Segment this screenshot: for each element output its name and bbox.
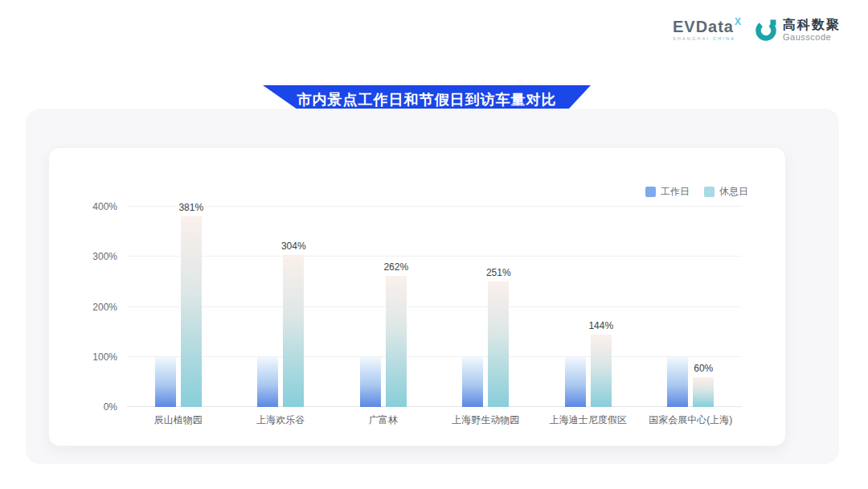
content-panel: 工作日休息日 0%100%200%300%400% 381%辰山植物园304%上…: [26, 109, 839, 464]
y-tick-label: 300%: [92, 251, 117, 262]
bar-value-label: 144%: [588, 320, 613, 331]
y-axis-labels: 0%100%200%300%400%: [49, 207, 117, 407]
plot-area: 381%辰山植物园304%上海欢乐谷262%广富林251%上海野生动物园144%…: [127, 207, 742, 407]
legend-label: 工作日: [661, 185, 690, 199]
legend-label: 休息日: [719, 185, 748, 199]
bar-group: 262%广富林: [360, 207, 407, 407]
y-tick-label: 100%: [92, 351, 117, 363]
x-category-label: 上海欢乐谷: [256, 413, 305, 427]
bar-workday: [360, 357, 381, 407]
bar-value-label: 262%: [383, 261, 408, 273]
evdata-logo: EVData X SHANGHAI CHINA: [673, 18, 741, 42]
bar-value-label: 251%: [486, 267, 511, 278]
legend-item[interactable]: 工作日: [645, 185, 690, 199]
gausscode-name-en: Gausscode: [783, 32, 841, 42]
x-category-label: 广富林: [369, 413, 398, 427]
x-category-label: 上海迪士尼度假区: [550, 413, 627, 427]
bar-workday: [667, 357, 688, 407]
chart-legend: 工作日休息日: [645, 185, 748, 199]
gausscode-name-cn: 高科数聚: [783, 18, 841, 32]
gausscode-logo: 高科数聚 Gausscode: [754, 18, 841, 42]
bar-groups: 381%辰山植物园304%上海欢乐谷262%广富林251%上海野生动物园144%…: [127, 207, 742, 407]
chart-card: 工作日休息日 0%100%200%300%400% 381%辰山植物园304%上…: [48, 147, 786, 446]
bar-value-label: 60%: [694, 363, 713, 374]
bar-workday: [565, 357, 586, 407]
bar-workday: [462, 357, 483, 407]
bar-restday: 144%: [591, 335, 612, 407]
bar-group: 60%国家会展中心(上海): [667, 207, 714, 407]
legend-swatch-icon: [704, 187, 714, 197]
x-category-label: 辰山植物园: [154, 413, 203, 427]
gausscode-g-icon: [754, 18, 778, 42]
bar-workday: [155, 357, 176, 407]
x-category-label: 上海野生动物园: [452, 413, 519, 427]
header-logos: EVData X SHANGHAI CHINA 高科数聚 Gausscode: [673, 18, 841, 42]
evdata-x-icon: X: [735, 17, 741, 27]
bar-restday: 251%: [488, 281, 509, 407]
bar-group: 381%辰山植物园: [155, 207, 202, 407]
evdata-wordmark: EVData: [673, 18, 734, 35]
x-category-label: 国家会展中心(上海): [649, 413, 732, 427]
bar-restday: 262%: [386, 276, 407, 407]
bar-workday: [257, 357, 278, 407]
bar-restday: 304%: [283, 255, 304, 407]
y-tick-label: 0%: [104, 401, 117, 413]
bar-restday: 60%: [693, 377, 714, 407]
bar-value-label: 381%: [178, 202, 203, 213]
legend-item[interactable]: 休息日: [704, 185, 748, 199]
bar-group: 251%上海野生动物园: [462, 207, 509, 407]
page-title: 市内景点工作日和节假日到访车量对比: [297, 90, 557, 109]
legend-swatch-icon: [645, 187, 656, 197]
bar-value-label: 304%: [281, 240, 306, 252]
bar-group: 144%上海迪士尼度假区: [565, 207, 612, 407]
evdata-tagline-china: CHINA: [713, 36, 735, 41]
evdata-tagline-shanghai: SHANGHAI: [673, 36, 710, 41]
y-tick-label: 400%: [92, 201, 117, 212]
bar-restday: 381%: [181, 216, 202, 407]
bar-group: 304%上海欢乐谷: [257, 207, 304, 407]
y-tick-label: 200%: [92, 302, 117, 313]
report-page: EVData X SHANGHAI CHINA 高科数聚 Gausscode 市…: [0, 0, 868, 489]
